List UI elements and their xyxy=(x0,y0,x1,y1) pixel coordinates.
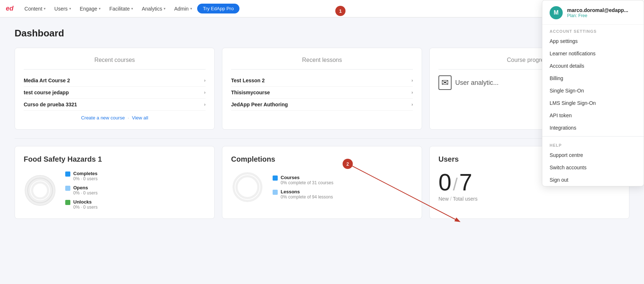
course-item[interactable]: Curso de prueba 3321 › xyxy=(24,99,206,111)
legend-completes: Completes 0% · 0 users xyxy=(65,171,98,181)
svg-point-2 xyxy=(26,177,54,204)
completions-title: Completions xyxy=(231,155,413,163)
svg-point-6 xyxy=(237,176,258,198)
view-all-link[interactable]: View all xyxy=(132,115,148,121)
dropdown-item-sign-out[interactable]: Sign out xyxy=(542,174,644,186)
dropdown-item-lms-single-sign-on[interactable]: LMS Single Sign-On xyxy=(542,97,644,109)
chevron-right-icon: › xyxy=(204,78,206,83)
course-item[interactable]: Media Art Course 2 › xyxy=(24,75,206,87)
step-1-circle: 1 xyxy=(335,6,346,16)
account-settings-label: ACCOUNT SETTINGS xyxy=(542,25,644,35)
dropdown-email: marco.doromal@edapp... xyxy=(567,7,628,13)
section-divider xyxy=(15,138,629,139)
help-label: HELP xyxy=(542,139,644,149)
food-safety-title: Food Safety Hazards 1 xyxy=(24,155,206,163)
legend-list: Completes 0% · 0 users Opens 0% · 0 user… xyxy=(65,171,98,210)
dropdown-item-support-centre[interactable]: Support centre xyxy=(542,149,644,161)
try-edapp-pro-button[interactable]: Try EdApp Pro xyxy=(197,4,240,13)
nav-item-users[interactable]: Users ▾ xyxy=(51,4,75,14)
completions-card: Completions Courses 0% complete of 31 co… xyxy=(222,146,422,219)
bottom-cards-row: Food Safety Hazards 1 Completes 0% xyxy=(15,146,629,219)
donut-chart xyxy=(24,174,56,207)
legend-unlocks: Unlocks 0% · 0 users xyxy=(65,199,98,210)
account-dropdown: M marco.doromal@edapp... Plan: Free ACCO… xyxy=(542,0,644,186)
lesson-item[interactable]: Test Lesson 2 › xyxy=(231,75,413,87)
dropdown-item-app-settings[interactable]: App settings xyxy=(542,35,644,47)
create-new-course-link[interactable]: Create a new course xyxy=(81,115,125,121)
page-title: Dashboard xyxy=(15,28,629,39)
nav-item-engage[interactable]: Engage ▾ xyxy=(76,4,104,14)
dropdown-item-switch-accounts[interactable]: Switch accounts xyxy=(542,161,644,174)
completions-legend-list: Courses 0% complete of 31 courses Lesson… xyxy=(273,175,333,200)
dropdown-item-learner-notifications[interactable]: Learner notifications xyxy=(542,47,644,60)
nav-items: Content ▾ Users ▾ Engage ▾ Facilitate ▾ … xyxy=(21,4,547,14)
recent-courses-card: Recent courses Media Art Course 2 › test… xyxy=(15,48,215,130)
donut-area: Completes 0% · 0 users Opens 0% · 0 user… xyxy=(24,171,206,210)
nav-item-facilitate[interactable]: Facilitate ▾ xyxy=(106,4,137,14)
analytics-icon: ✉ xyxy=(438,75,452,90)
legend-dot-completes xyxy=(65,171,70,177)
chevron-down-icon: ▾ xyxy=(190,7,192,11)
dropdown-divider xyxy=(542,136,644,137)
dropdown-plan: Plan: Free xyxy=(567,13,628,18)
recent-lessons-title: Recent lessons xyxy=(231,57,413,63)
users-total-count: 7 xyxy=(459,171,472,194)
chevron-down-icon: ▾ xyxy=(131,7,133,11)
nav-item-admin[interactable]: Admin ▾ xyxy=(171,4,196,14)
legend-dot-lessons xyxy=(273,190,278,195)
lesson-item[interactable]: JedApp Peer Authoring › xyxy=(231,99,413,111)
completions-donut-chart xyxy=(231,171,264,204)
dropdown-avatar: M xyxy=(550,6,563,19)
chevron-down-icon: ▾ xyxy=(44,7,46,11)
nav-item-content[interactable]: Content ▾ xyxy=(21,4,49,14)
legend-lessons: Lessons 0% complete of 94 lessons xyxy=(273,189,333,200)
svg-point-5 xyxy=(234,173,261,201)
users-sub-label: New / Total users xyxy=(438,196,620,202)
legend-opens: Opens 0% · 0 users xyxy=(65,185,98,196)
dropdown-item-billing[interactable]: Billing xyxy=(542,72,644,84)
chevron-right-icon: › xyxy=(204,90,206,95)
dropdown-user-row: M marco.doromal@edapp... Plan: Free xyxy=(542,0,644,25)
chevron-right-icon: › xyxy=(411,102,413,107)
top-cards-row: Recent courses Media Art Course 2 › test… xyxy=(15,48,629,130)
main-content: Dashboard Recent courses Media Art Cours… xyxy=(0,17,644,229)
dropdown-item-account-details[interactable]: Account details xyxy=(542,60,644,72)
food-safety-card: Food Safety Hazards 1 Completes 0% xyxy=(15,146,215,219)
completions-donut-area: Courses 0% complete of 31 courses Lesson… xyxy=(231,171,413,204)
legend-dot-courses xyxy=(273,175,278,181)
logo: ed xyxy=(6,5,13,12)
step-2-circle: 2 xyxy=(343,159,353,169)
lesson-item[interactable]: Thisismycourse › xyxy=(231,87,413,99)
dropdown-item-integrations[interactable]: Integrations xyxy=(542,122,644,134)
chevron-right-icon: › xyxy=(411,90,413,95)
users-new-count: 0 xyxy=(438,171,452,194)
chevron-down-icon: ▾ xyxy=(69,7,71,11)
dropdown-item-api-token[interactable]: API token xyxy=(542,109,644,122)
legend-dot-opens xyxy=(65,186,70,191)
course-item[interactable]: test course jedapp › xyxy=(24,87,206,99)
course-links: Create a new course · View all xyxy=(24,115,206,121)
nav-item-analytics[interactable]: Analytics ▾ xyxy=(138,4,169,14)
chevron-right-icon: › xyxy=(411,78,413,83)
recent-lessons-card: Recent lessons Test Lesson 2 › Thisismyc… xyxy=(222,48,422,130)
chevron-right-icon: › xyxy=(204,102,206,107)
dropdown-item-single-sign-on[interactable]: Single Sign-On xyxy=(542,84,644,97)
legend-dot-unlocks xyxy=(65,200,70,205)
svg-point-4 xyxy=(32,182,48,198)
legend-courses: Courses 0% complete of 31 courses xyxy=(273,175,333,185)
chevron-down-icon: ▾ xyxy=(99,7,101,11)
chevron-down-icon: ▾ xyxy=(164,7,165,11)
recent-courses-title: Recent courses xyxy=(24,57,206,63)
user-analytics-label: User analytic... xyxy=(455,79,499,87)
